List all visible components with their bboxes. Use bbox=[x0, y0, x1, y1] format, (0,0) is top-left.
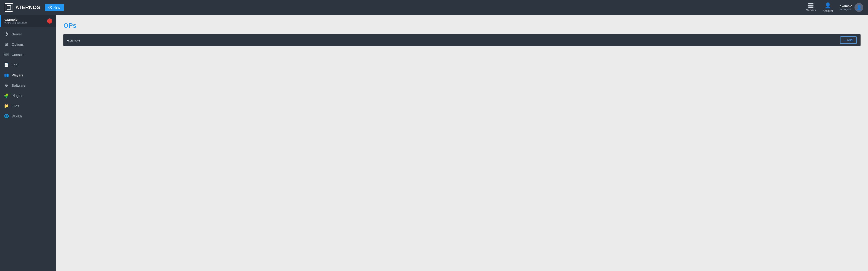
sidebar-item-files[interactable]: 📁 Files bbox=[0, 101, 56, 111]
players-icon: 👥 bbox=[4, 72, 9, 78]
account-icon: 👤 bbox=[825, 2, 831, 8]
sidebar-label-plugins: Plugins bbox=[12, 94, 23, 98]
sidebar-server-id: #DllncDllkHxpNfb2c bbox=[4, 22, 27, 24]
sidebar-label-options: Options bbox=[12, 42, 24, 47]
sidebar-item-server[interactable]: ⏻ Server bbox=[0, 29, 56, 39]
sidebar-label-server: Server bbox=[12, 32, 22, 36]
help-icon: ? bbox=[49, 6, 52, 9]
plugins-icon: 🧩 bbox=[4, 93, 9, 98]
sidebar-item-plugins[interactable]: 🧩 Plugins bbox=[0, 90, 56, 101]
account-nav[interactable]: 👤 Account bbox=[823, 2, 833, 12]
account-name: example bbox=[840, 4, 852, 8]
account-section[interactable]: example ⚙ Logout 👤 bbox=[840, 3, 863, 12]
record-button[interactable] bbox=[47, 19, 52, 24]
files-icon: 📁 bbox=[4, 103, 9, 108]
log-icon: 📄 bbox=[4, 62, 9, 67]
main-content: OPs example + Add bbox=[56, 15, 868, 271]
account-label: Account bbox=[823, 9, 833, 12]
sidebar-label-software: Software bbox=[12, 83, 25, 87]
server-info: example #DllncDllkHxpNfb2c bbox=[4, 18, 27, 24]
sidebar: example #DllncDllkHxpNfb2c ⏻ Server ⊞ Op… bbox=[0, 15, 56, 271]
sidebar-label-players: Players bbox=[12, 73, 23, 77]
sidebar-server-name: example bbox=[4, 18, 27, 22]
logo-icon bbox=[5, 3, 13, 12]
ops-row: example + Add bbox=[63, 34, 861, 46]
page-title: OPs bbox=[63, 22, 861, 29]
help-label: Help bbox=[53, 6, 60, 9]
ops-player-name: example bbox=[67, 38, 81, 42]
power-icon: ⏻ bbox=[4, 31, 9, 37]
add-button-label: + Add bbox=[844, 38, 852, 42]
sidebar-server[interactable]: example #DllncDllkHxpNfb2c bbox=[0, 15, 56, 27]
sidebar-item-console[interactable]: ⌨ Console bbox=[0, 50, 56, 60]
sidebar-item-options[interactable]: ⊞ Options bbox=[0, 39, 56, 50]
options-icon: ⊞ bbox=[4, 42, 9, 47]
sidebar-item-software[interactable]: ⚙ Software bbox=[0, 80, 56, 90]
software-icon: ⚙ bbox=[4, 83, 9, 88]
header: ATERNOS ? Help Servers 👤 Account example… bbox=[0, 0, 868, 15]
logo[interactable]: ATERNOS bbox=[5, 3, 40, 12]
sidebar-item-log[interactable]: 📄 Log bbox=[0, 60, 56, 70]
sidebar-item-players[interactable]: 👥 Players › bbox=[0, 70, 56, 80]
console-icon: ⌨ bbox=[4, 52, 9, 57]
help-button[interactable]: ? Help bbox=[45, 4, 64, 11]
header-right: Servers 👤 Account example ⚙ Logout 👤 bbox=[806, 2, 863, 12]
sidebar-label-console: Console bbox=[12, 53, 25, 57]
layout: example #DllncDllkHxpNfb2c ⏻ Server ⊞ Op… bbox=[0, 15, 868, 271]
settings-icon: ⚙ bbox=[840, 8, 842, 11]
sidebar-item-worlds[interactable]: 🌐 Worlds bbox=[0, 111, 56, 121]
add-button[interactable]: + Add bbox=[840, 36, 857, 44]
sidebar-label-worlds: Worlds bbox=[12, 114, 22, 118]
sidebar-nav: ⏻ Server ⊞ Options ⌨ Console 📄 bbox=[0, 27, 56, 123]
app-name: ATERNOS bbox=[16, 4, 40, 10]
servers-icon bbox=[808, 3, 813, 8]
sidebar-label-files: Files bbox=[12, 104, 19, 108]
servers-label: Servers bbox=[806, 9, 815, 12]
chevron-right-icon: › bbox=[51, 73, 52, 77]
account-info: example ⚙ Logout bbox=[840, 4, 852, 11]
logout-label: ⚙ Logout bbox=[840, 8, 852, 11]
worlds-icon: 🌐 bbox=[4, 114, 9, 119]
servers-nav[interactable]: Servers bbox=[806, 3, 815, 12]
avatar[interactable]: 👤 bbox=[855, 3, 863, 12]
sidebar-label-log: Log bbox=[12, 63, 18, 67]
